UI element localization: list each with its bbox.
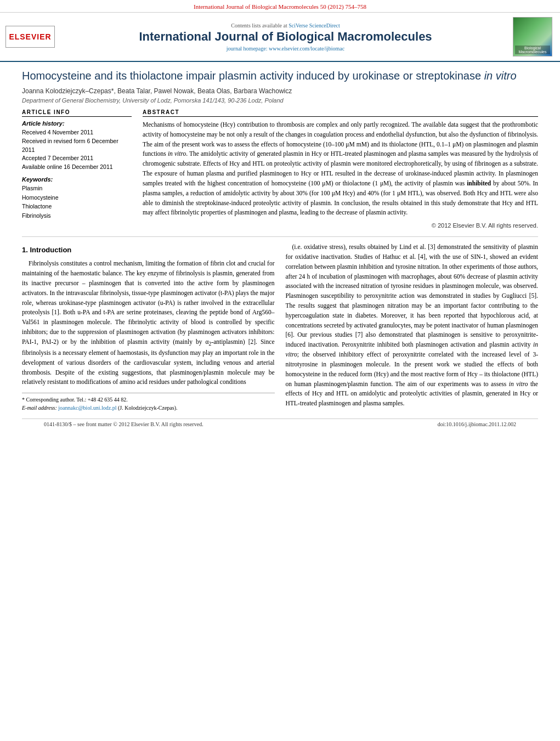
footnote-area: * Corresponding author. Tel.: +48 42 635… [22,393,275,412]
keywords-list: Plasmin Homocysteine Thiolactone Fibrino… [22,184,132,220]
abstract-text: Mechanisms of homocysteine (Hcy) contrib… [143,120,538,218]
authors: Joanna Kolodziejczyk–Czepas*, Beata Tala… [22,87,538,95]
sciverse-line: Contents lists available at SciVerse Sci… [231,22,340,29]
body-column-left: 1. Introduction Fibrinolysis constitutes… [22,242,275,413]
journal-cover-image: BiologicalMacromolecules [513,17,552,56]
footer-issn: 0141-8130/$ – see front matter © 2012 El… [44,421,203,427]
journal-reference-text: International Journal of Biological Macr… [194,3,366,10]
article-history-label: Article history: [22,120,132,127]
journal-title-area: Contents lists available at SciVerse Sci… [60,17,511,56]
article-title: Homocysteine and its thiolactone impair … [22,69,538,83]
article-accepted: Accepted 7 December 2011 [22,154,132,163]
footnote-email: E-mail address: joannakc@biol.uni.lodz.p… [22,404,275,412]
footer-doi: doi:10.1016/j.ijbiomac.2011.12.002 [438,421,516,427]
keywords-label: Keywords: [22,176,132,183]
copyright-notice: © 2012 Elsevier B.V. All rights reserved… [143,222,538,229]
body-section: 1. Introduction Fibrinolysis constitutes… [22,242,538,413]
journal-header: ELSEVIER Contents lists available at Sci… [0,13,560,62]
intro-paragraph-1: Fibrinolysis constitutes a control mecha… [22,259,275,387]
email-link[interactable]: joannakc@biol.uni.lodz.pl [58,405,116,411]
page-footer: 0141-8130/$ – see front matter © 2012 El… [22,418,538,429]
section-divider [22,236,538,237]
affiliation: Department of General Biochemistry, Univ… [22,97,538,104]
journal-title: International Journal of Biological Macr… [139,30,432,44]
keyword-3: Thiolactone [22,202,132,211]
abstract-header: ABSTRACT [143,109,538,117]
journal-url[interactable]: www.elsevier.com/locate/ijbiomac [269,46,344,52]
main-content: Homocysteine and its thiolactone impair … [0,62,560,440]
cover-label: BiologicalMacromolecules [515,46,550,54]
body-column-right: (i.e. oxidative stress), results obtaine… [286,242,539,413]
article-available-online: Available online 16 December 2011 [22,163,132,172]
journal-reference-bar: International Journal of Biological Macr… [0,0,560,13]
intro-paragraph-2: (i.e. oxidative stress), results obtaine… [286,242,539,409]
elsevier-logo: ELSEVIER [5,26,55,48]
keyword-2: Homocysteine [22,193,132,202]
sciverse-link[interactable]: SciVerse ScienceDirect [289,22,340,29]
journal-homepage: journal homepage: www.elsevier.com/locat… [227,46,344,52]
keyword-1: Plasmin [22,184,132,193]
article-revised: Received in revised form 6 December 2011 [22,137,132,155]
keyword-4: Fibrinolysis [22,211,132,220]
article-received: Received 4 November 2011 [22,128,132,137]
article-info-abstract-section: ARTICLE INFO Article history: Received 4… [22,109,538,229]
abstract-column: ABSTRACT Mechanisms of homocysteine (Hcy… [143,109,538,229]
section-1-title: 1. Introduction [22,245,275,256]
page: International Journal of Biological Macr… [0,0,560,741]
article-info-column: ARTICLE INFO Article history: Received 4… [22,109,132,229]
journal-cover-area: BiologicalMacromolecules [511,17,555,56]
article-info-header: ARTICLE INFO [22,109,132,117]
publisher-logo-area: ELSEVIER [5,17,55,56]
footnote-corresponding: * Corresponding author. Tel.: +48 42 635… [22,395,275,404]
